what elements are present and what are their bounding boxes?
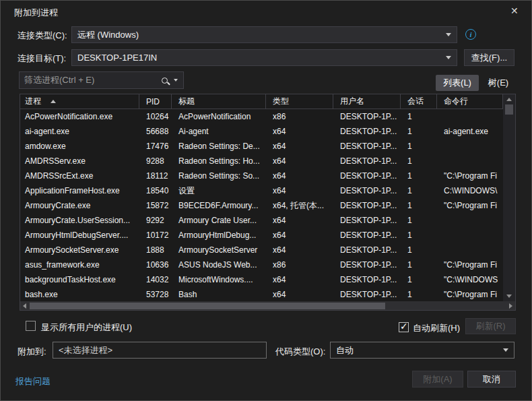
cell: bash.exe	[20, 287, 139, 302]
process-row[interactable]: amdow.exe17476Radeon Settings: De...x64D…	[20, 139, 515, 154]
column-header[interactable]: 用户名	[333, 94, 401, 109]
attach-button[interactable]: 附加(A)	[412, 371, 463, 388]
cell	[437, 109, 503, 124]
cell: DESKTOP-1P...	[333, 109, 401, 124]
vertical-scroll-thumb[interactable]	[505, 104, 513, 115]
column-header[interactable]: PID	[139, 94, 172, 109]
show-all-users-label: 显示所有用户的进程(U)	[41, 321, 132, 334]
cell: 1	[401, 168, 437, 183]
scroll-right-icon[interactable]	[509, 303, 512, 309]
cell: 17476	[139, 139, 172, 154]
cell: x64	[266, 243, 333, 257]
cell: 1	[401, 287, 437, 302]
process-row[interactable]: ArmouryHtmlDebugServer....10172ArmouryHt…	[20, 228, 515, 243]
cell: "C:\Program Fi	[437, 198, 503, 213]
connection-target-select[interactable]: DESKTOP-1PE17IN	[71, 49, 457, 66]
chevron-down-icon	[446, 56, 451, 59]
cell	[437, 243, 503, 257]
scroll-left-icon[interactable]	[23, 303, 26, 309]
view-tree-button[interactable]: 树(E)	[481, 75, 515, 91]
cell: DESKTOP-1P...	[333, 139, 401, 154]
process-row[interactable]: ai-agent.exe56688Ai-agentx64DESKTOP-1P..…	[20, 124, 515, 139]
search-icon	[162, 78, 168, 84]
cell: 53728	[139, 287, 172, 302]
refresh-button[interactable]: 刷新(R)	[465, 318, 516, 334]
auto-refresh-label: 自动刷新(H)	[413, 322, 460, 334]
view-list-button[interactable]: 列表(L)	[436, 75, 479, 91]
cell: x86	[266, 257, 333, 272]
process-row[interactable]: ApplicationFrameHost.exe18540设置x64DESKTO…	[20, 183, 515, 198]
cell: backgroundTaskHost.exe	[20, 272, 139, 287]
connection-type-value: 远程 (Windows)	[72, 29, 446, 41]
cell: ASUS NodeJS Web...	[172, 257, 266, 272]
cell: 18540	[139, 183, 172, 198]
cell: DESKTOP-1P...	[333, 213, 401, 228]
cell: "C:\Program Fi	[437, 257, 503, 272]
cell: "C:\Program Fi	[437, 168, 503, 183]
cell: x64, 托管(本...	[266, 198, 333, 213]
process-row[interactable]: asus_framework.exe10636ASUS NodeJS Web..…	[20, 257, 515, 272]
attach-to-label: 附加到:	[18, 346, 46, 358]
cell: x64	[266, 213, 333, 228]
attach-to-field[interactable]: <未选择进程>	[53, 342, 267, 359]
cell: 1	[401, 124, 437, 139]
sort-ascending-icon	[51, 100, 56, 103]
process-row[interactable]: bash.exe53728Bashx64DESKTOP-1P...1"C:\Pr…	[20, 287, 515, 302]
vertical-scrollbar[interactable]	[503, 94, 515, 301]
process-row[interactable]: ArmourySocketServer.exe1888ArmourySocket…	[20, 243, 515, 257]
column-header[interactable]: 进程	[20, 94, 139, 109]
cell: 9292	[139, 213, 172, 228]
horizontal-scroll-thumb[interactable]	[30, 303, 385, 309]
find-button[interactable]: 查找(F)...	[464, 49, 514, 66]
cell: C:\WINDOWS\	[437, 183, 503, 198]
process-row[interactable]: backgroundTaskHost.exe14032MicrosoftWind…	[20, 272, 515, 287]
cell: amdow.exe	[20, 139, 139, 154]
cancel-button[interactable]: 取消	[467, 371, 516, 388]
connection-type-select[interactable]: 远程 (Windows)	[71, 26, 457, 43]
attach-to-value: <未选择进程>	[53, 344, 266, 357]
cell	[437, 154, 503, 168]
column-header[interactable]: 类型	[266, 94, 333, 109]
process-row[interactable]: AMDRSSrcExt.exe18112Radeon Settings: So.…	[20, 168, 515, 183]
cell: DESKTOP-1P...	[333, 198, 401, 213]
info-icon[interactable]: i	[465, 29, 476, 40]
chevron-down-icon	[174, 79, 178, 82]
cell: 10636	[139, 257, 172, 272]
close-icon[interactable]: ✕	[510, 5, 519, 16]
scroll-down-icon[interactable]	[506, 295, 512, 298]
cell: x64	[266, 287, 333, 302]
code-type-select[interactable]: 自动	[330, 342, 514, 359]
process-row[interactable]: AMDRSServ.exe9288Radeon Settings: Ho...x…	[20, 154, 515, 168]
scroll-up-icon[interactable]	[506, 98, 512, 101]
connection-target-label: 连接目标(T):	[18, 53, 66, 65]
auto-refresh-checkbox[interactable]: ✓	[399, 322, 409, 332]
cell: DESKTOP-1P...	[333, 183, 401, 198]
cell: "C:\WINDOWS	[437, 272, 503, 287]
cell: 10172	[139, 228, 172, 243]
connection-target-value: DESKTOP-1PE17IN	[72, 53, 446, 63]
filter-processes-input[interactable]: 筛选进程(Ctrl + E)	[19, 71, 184, 89]
cell: ArmourySocketServer.exe	[20, 243, 139, 257]
cell: 1	[401, 109, 437, 124]
cell: DESKTOP-1P...	[333, 228, 401, 243]
column-header[interactable]: 命令行	[437, 94, 503, 109]
table-body: AcPowerNotification.exe10264AcPowerNotif…	[20, 109, 515, 302]
cell: 14032	[139, 272, 172, 287]
cell: ai-agent.exe	[437, 124, 503, 139]
cell: Armoury Crate User...	[172, 213, 266, 228]
horizontal-scrollbar[interactable]	[20, 301, 515, 310]
column-header[interactable]: 标题	[172, 94, 266, 109]
show-all-users-checkbox[interactable]	[26, 321, 36, 331]
cell: DESKTOP-1P...	[333, 124, 401, 139]
cell: DESKTOP-1P...	[333, 154, 401, 168]
cell: 1	[401, 272, 437, 287]
table-header: 进程PID标题类型用户名会话命令行	[20, 94, 515, 109]
process-row[interactable]: ArmouryCrate.exe15872B9ECED6F.Armoury...…	[20, 198, 515, 213]
process-row[interactable]: AcPowerNotification.exe10264AcPowerNotif…	[20, 109, 515, 124]
cell: 1	[401, 154, 437, 168]
report-problem-link[interactable]: 报告问题	[15, 375, 51, 388]
column-header[interactable]: 会话	[401, 94, 437, 109]
process-row[interactable]: ArmouryCrate.UserSession...9292Armoury C…	[20, 213, 515, 228]
cell: x64	[266, 124, 333, 139]
cell: ApplicationFrameHost.exe	[20, 183, 139, 198]
